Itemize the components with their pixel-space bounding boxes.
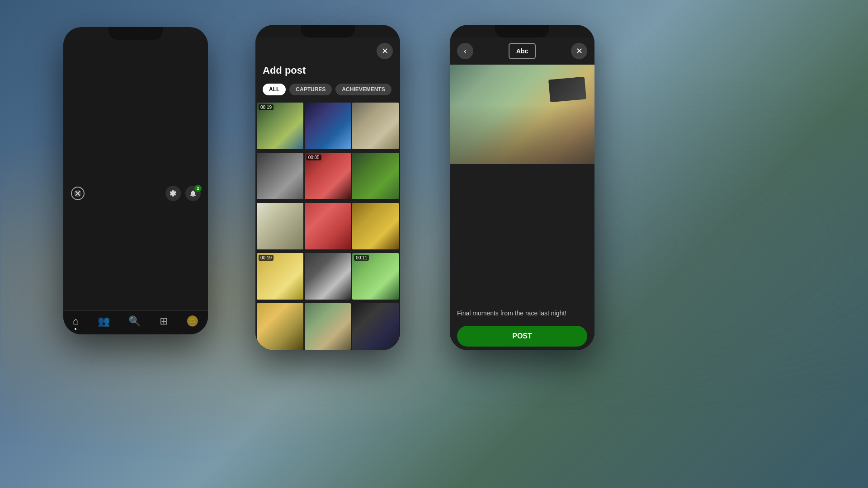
media-thumb-12[interactable]: 00:11 xyxy=(352,253,399,300)
media-thumb-15[interactable] xyxy=(352,303,399,350)
library-icon: ⊞ xyxy=(160,315,168,327)
post-button[interactable]: POST xyxy=(457,326,587,347)
duration-badge-5: 00:05 xyxy=(307,155,321,160)
media-thumb-10[interactable]: 00:19 xyxy=(257,253,303,300)
duration-badge-1: 00:19 xyxy=(259,104,274,110)
video-preview[interactable] xyxy=(450,65,594,164)
caption-area xyxy=(450,164,594,305)
profile-icon: 🪙 xyxy=(186,315,198,327)
view-header: ‹ Abc ✕ xyxy=(450,38,594,65)
nav-profile[interactable]: 🪙 xyxy=(186,315,198,327)
nav-search[interactable]: 🔍 xyxy=(128,315,141,327)
back-button[interactable]: ‹ xyxy=(457,43,473,59)
media-thumb-9[interactable] xyxy=(352,203,399,249)
filter-tab-all[interactable]: ALL xyxy=(263,84,286,95)
modal-header: ✕ xyxy=(255,38,400,65)
center-phone: ✕ Add post ALL CAPTURES ACHIEVEMENTS 00:… xyxy=(255,25,400,350)
modal-title: Add post xyxy=(255,65,400,84)
media-thumb-8[interactable] xyxy=(305,203,351,249)
friends-icon: 👥 xyxy=(98,315,110,327)
xbox-logo xyxy=(71,186,85,201)
left-phone: 2 Forza Horizon 5 Jump back in Or th Get… xyxy=(63,27,208,334)
media-thumb-7[interactable] xyxy=(257,203,303,249)
media-thumb-3[interactable] xyxy=(352,103,399,149)
nav-library[interactable]: ⊞ xyxy=(160,315,168,327)
media-thumb-4[interactable] xyxy=(257,153,303,199)
add-post-modal: ✕ Add post ALL CAPTURES ACHIEVEMENTS 00:… xyxy=(255,38,400,350)
nav-active-indicator xyxy=(75,328,76,330)
media-thumb-5[interactable]: 00:05 xyxy=(305,153,351,199)
media-thumb-6[interactable] xyxy=(352,153,399,199)
media-grid: 00:19 00:05 00:19 00:11 xyxy=(255,103,400,350)
media-thumb-11[interactable] xyxy=(305,253,351,300)
right-phone: ‹ Abc ✕ Final moments from the race last… xyxy=(450,25,594,350)
search-icon: 🔍 xyxy=(128,315,141,327)
media-thumb-1[interactable]: 00:19 xyxy=(257,103,303,149)
filter-tab-achievements[interactable]: ACHIEVEMENTS xyxy=(335,84,391,95)
duration-badge-10: 00:19 xyxy=(259,255,274,261)
nav-friends[interactable]: 👥 xyxy=(98,315,110,327)
settings-button[interactable] xyxy=(165,186,181,201)
duration-badge-12: 00:11 xyxy=(354,255,369,261)
home-icon: ⌂ xyxy=(73,315,79,327)
close-button-right[interactable]: ✕ xyxy=(571,43,587,59)
media-thumb-13[interactable] xyxy=(257,303,303,350)
bottom-nav: ⌂ 👥 🔍 ⊞ 🪙 xyxy=(63,310,208,334)
close-button[interactable]: ✕ xyxy=(377,43,393,59)
text-style-button[interactable]: Abc xyxy=(509,43,536,59)
nav-home[interactable]: ⌂ xyxy=(73,315,79,327)
notification-badge: 2 xyxy=(194,185,202,192)
notifications-button[interactable]: 2 xyxy=(185,186,201,201)
post-preview-view: ‹ Abc ✕ Final moments from the race last… xyxy=(450,38,594,350)
phone-notch-left xyxy=(108,27,163,40)
media-thumb-2[interactable] xyxy=(305,103,351,149)
media-thumb-14[interactable] xyxy=(305,303,351,350)
phone-notch-center xyxy=(301,25,355,38)
filter-tabs: ALL CAPTURES ACHIEVEMENTS xyxy=(255,84,400,103)
header-icons: 2 xyxy=(165,186,201,201)
filter-tab-captures[interactable]: CAPTURES xyxy=(289,84,332,95)
post-caption[interactable]: Final moments from the race last night! xyxy=(450,305,594,321)
phone-notch-right xyxy=(495,25,549,38)
